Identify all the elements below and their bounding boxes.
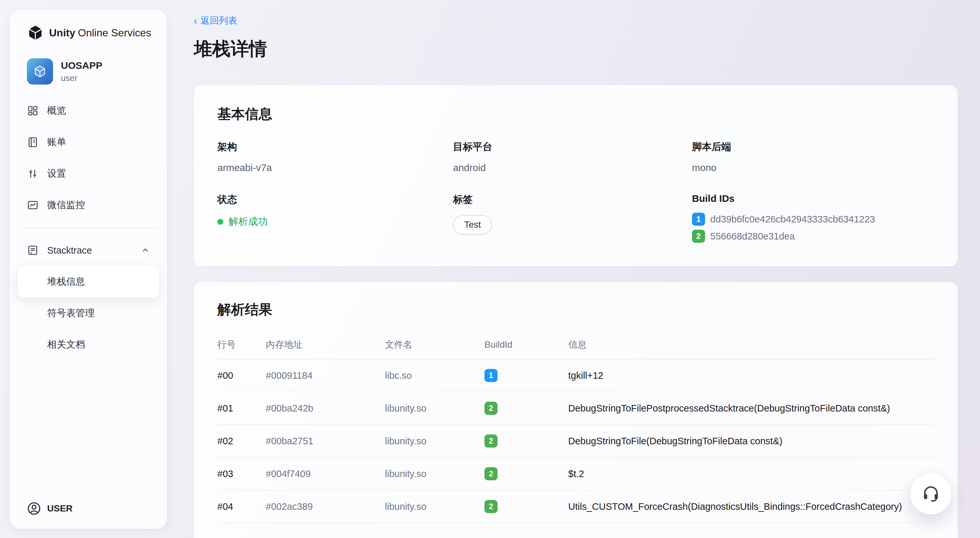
field-value: armeabi-v7a (217, 162, 453, 173)
buildid-badge: 2 (484, 500, 498, 513)
chevron-left-icon: ‹ (194, 15, 197, 26)
sidebar-subitem-related-docs[interactable]: 相关文档 (18, 329, 159, 361)
field-target-platform: 目标平台 android (453, 140, 692, 173)
sidebar-item-overview[interactable]: 概览 (18, 95, 159, 126)
field-label: 架构 (217, 140, 453, 154)
results-card: 解析结果 行号 内存地址 文件名 BuildId 信息 #00 #0009118… (194, 282, 958, 538)
sidebar-subitem-stack-info[interactable]: 堆栈信息 (18, 266, 159, 297)
row-info: DebugStringToFile(DebugStringToFileData … (568, 436, 934, 447)
basic-info-card: 基本信息 架构 armeabi-v7a 目标平台 android 脚本后端 mo… (194, 85, 958, 267)
build-id-row: 2 556668d280e31dea (692, 230, 934, 243)
support-button[interactable] (911, 474, 951, 514)
table-row: #00 #00091184 libc.so 1 tgkill+12 (217, 359, 934, 392)
app-name: UOSAPP (61, 60, 102, 71)
sidebar-item-billing[interactable]: 账单 (18, 126, 159, 158)
buildid-badge: 2 (692, 230, 705, 243)
build-id-value: dd39b6fc0e426cb42943333cb6341223 (710, 214, 875, 225)
table-row: #04 #002ac389 libunity.so 2 Utils_CUSTOM… (217, 490, 934, 523)
field-status: 状态 解析成功 (217, 193, 453, 243)
main-content: ‹ 返回列表 堆栈详情 基本信息 架构 armeabi-v7a 目标平台 and… (194, 0, 958, 538)
user-label: USER (47, 503, 73, 514)
field-architecture: 架构 armeabi-v7a (217, 140, 453, 173)
headset-icon (921, 483, 941, 505)
sidebar-item-label: 符号表管理 (47, 307, 95, 320)
row-line: #03 (217, 469, 266, 479)
grid-icon (27, 105, 39, 117)
row-line: #04 (217, 501, 266, 512)
col-filename: 文件名 (385, 338, 484, 351)
row-info: $t.2 (568, 469, 934, 479)
sidebar-item-label: Stacktrace (47, 245, 132, 256)
table-row: #03 #004f7409 libunity.so 2 $t.2 (217, 458, 934, 490)
table-row: #01 #00ba242b libunity.so 2 DebugStringT… (217, 392, 934, 425)
stacktrace-doc-icon (27, 244, 39, 256)
status-dot-icon (217, 219, 223, 225)
buildid-badge: 1 (484, 369, 498, 382)
field-value: android (453, 162, 692, 173)
row-filename: libunity.so (385, 436, 484, 447)
build-id-value: 556668d280e31dea (710, 231, 795, 242)
buildid-badge: 2 (484, 402, 498, 415)
basic-info-title: 基本信息 (217, 105, 934, 123)
brand-bold: Unity (49, 27, 75, 39)
sidebar-nav: 概览 账单 设置 微信监控 (18, 95, 159, 361)
sidebar-item-label: 设置 (47, 167, 66, 180)
app-selector[interactable]: UOSAPP user (18, 58, 159, 85)
col-info: 信息 (568, 338, 934, 351)
col-address: 内存地址 (266, 338, 385, 351)
sidebar-item-label: 相关文档 (47, 338, 85, 351)
sidebar-item-label: 账单 (47, 136, 66, 149)
user-menu[interactable]: USER (18, 501, 159, 516)
field-value: mono (692, 162, 934, 173)
field-label: 目标平台 (453, 140, 692, 154)
row-buildid: 1 (484, 369, 568, 382)
sidebar-item-label: 概览 (47, 104, 66, 117)
back-link[interactable]: ‹ 返回列表 (194, 14, 237, 27)
back-link-label: 返回列表 (200, 14, 237, 27)
row-address: #004f7409 (266, 469, 385, 479)
row-buildid: 2 (484, 467, 568, 481)
buildid-badge: 1 (692, 212, 705, 226)
row-info: tgkill+12 (568, 370, 934, 381)
app-meta: UOSAPP user (61, 60, 102, 83)
chevron-up-icon (141, 246, 150, 255)
buildid-badge: 2 (484, 467, 498, 481)
row-address: #00ba242b (266, 403, 385, 414)
row-filename: libunity.so (385, 403, 484, 414)
sliders-icon (27, 168, 39, 180)
tag-pill: Test (453, 215, 492, 235)
row-filename: libc.so (385, 370, 484, 381)
row-info: Utils_CUSTOM_ForceCrash(DiagnosticsUtils… (568, 501, 934, 512)
sidebar-item-settings[interactable]: 设置 (18, 158, 159, 189)
page-title: 堆栈详情 (194, 37, 958, 62)
basic-info-grid: 架构 armeabi-v7a 目标平台 android 脚本后端 mono 状态… (217, 140, 934, 243)
row-buildid: 2 (484, 500, 568, 513)
row-line: #00 (217, 370, 266, 381)
sidebar-item-label: 堆栈信息 (47, 275, 85, 288)
table-header-row: 行号 内存地址 文件名 BuildId 信息 (217, 330, 934, 359)
unity-logo-icon (27, 24, 44, 41)
invoice-icon (27, 136, 39, 148)
row-address: #00ba2751 (266, 436, 385, 447)
row-address: #00091184 (266, 370, 385, 381)
results-table: 行号 内存地址 文件名 BuildId 信息 #00 #00091184 lib… (217, 330, 934, 523)
table-row: #02 #00ba2751 libunity.so 2 DebugStringT… (217, 425, 934, 458)
row-address: #002ac389 (266, 501, 385, 512)
results-title: 解析结果 (217, 300, 934, 319)
field-build-ids: Build IDs 1 dd39b6fc0e426cb42943333cb634… (692, 193, 934, 243)
field-label: 脚本后端 (692, 140, 934, 154)
row-line: #02 (217, 436, 266, 447)
sidebar-item-label: 微信监控 (47, 198, 85, 212)
brand-logo: UnityOnline Services (18, 24, 159, 41)
col-buildid: BuildId (484, 340, 568, 350)
sidebar-item-wechat-monitor[interactable]: 微信监控 (18, 189, 159, 221)
sidebar-subitem-symbol-table[interactable]: 符号表管理 (18, 297, 159, 329)
app-cube-icon (27, 58, 53, 85)
sidebar-divider (20, 227, 156, 228)
field-label: Build IDs (692, 193, 934, 204)
row-buildid: 2 (484, 402, 568, 415)
status-text: 解析成功 (229, 215, 268, 228)
user-avatar-icon (27, 501, 41, 516)
buildid-badge: 2 (484, 434, 498, 447)
sidebar-item-stacktrace[interactable]: Stacktrace (18, 235, 159, 266)
